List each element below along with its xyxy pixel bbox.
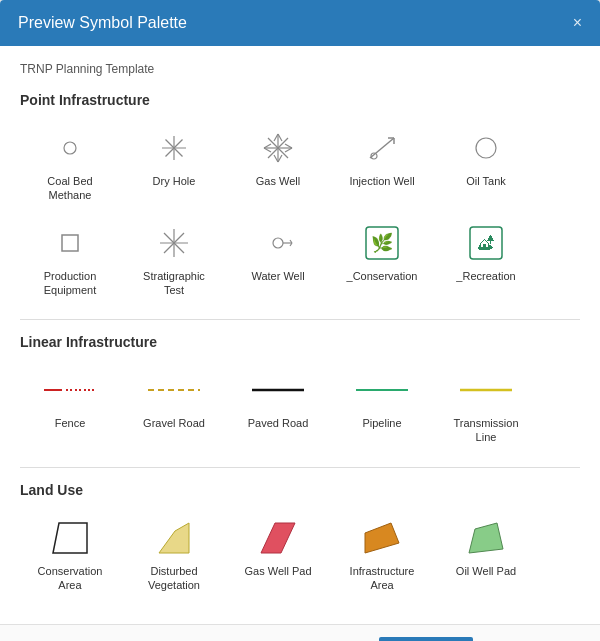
- paved-road-icon: [258, 370, 298, 410]
- svg-text:🌿: 🌿: [371, 232, 394, 254]
- dialog-title: Preview Symbol Palette: [18, 14, 187, 32]
- cancel-button[interactable]: CANCEL: [483, 637, 580, 641]
- preview-symbol-palette-dialog: Preview Symbol Palette × TRNP Planning T…: [0, 0, 600, 641]
- oil-well-pad-label: Oil Well Pad: [456, 564, 516, 578]
- svg-line-15: [264, 144, 271, 148]
- symbol-oil-tank[interactable]: Oil Tank: [436, 120, 536, 211]
- symbol-gravel-road[interactable]: Gravel Road: [124, 362, 224, 453]
- point-linear-divider: [20, 319, 580, 320]
- water-well-label: Water Well: [251, 269, 304, 283]
- disturbed-vegetation-label: DisturbedVegetation: [148, 564, 200, 593]
- conservation-label: _Conservation: [347, 269, 418, 283]
- dialog-footer: SELECT CANCEL: [0, 624, 600, 641]
- infrastructure-area-icon: [362, 518, 402, 558]
- symbol-production-equipment[interactable]: ProductionEquipment: [20, 215, 120, 306]
- symbol-conservation[interactable]: 🌿 _Conservation: [332, 215, 432, 306]
- symbol-coal-bed-methane[interactable]: Coal BedMethane: [20, 120, 120, 211]
- symbol-fence[interactable]: Fence: [20, 362, 120, 453]
- symbol-pipeline[interactable]: Pipeline: [332, 362, 432, 453]
- disturbed-vegetation-icon: [154, 518, 194, 558]
- fence-icon: [50, 370, 90, 410]
- symbol-oil-well-pad[interactable]: Oil Well Pad: [436, 510, 536, 601]
- conservation-icon: 🌿: [362, 223, 402, 263]
- gas-well-label: Gas Well: [256, 174, 300, 188]
- svg-line-11: [285, 144, 292, 148]
- land-use-title: Land Use: [20, 482, 580, 498]
- symbol-paved-road[interactable]: Paved Road: [228, 362, 328, 453]
- dialog-body: TRNP Planning Template Point Infrastruct…: [0, 46, 600, 624]
- svg-marker-46: [365, 523, 399, 553]
- svg-line-12: [285, 148, 292, 152]
- injection-well-label: Injection Well: [349, 174, 414, 188]
- template-name: TRNP Planning Template: [20, 62, 580, 76]
- paved-road-label: Paved Road: [248, 416, 309, 430]
- gas-well-pad-label: Gas Well Pad: [244, 564, 311, 578]
- svg-line-10: [274, 134, 278, 141]
- gas-well-pad-icon: [258, 518, 298, 558]
- svg-point-27: [273, 238, 283, 248]
- symbol-gas-well[interactable]: Gas Well: [228, 120, 328, 211]
- svg-point-0: [64, 142, 76, 154]
- conservation-area-icon: [50, 518, 90, 558]
- coal-bed-methane-icon: [50, 128, 90, 168]
- symbol-dry-hole[interactable]: Dry Hole: [124, 120, 224, 211]
- landuse-symbols-grid: ConservationArea DisturbedVegetation: [20, 510, 580, 601]
- linear-symbols-grid: Fence Gravel Road Paved Road: [20, 362, 580, 453]
- svg-line-9: [278, 134, 282, 141]
- symbol-gas-well-pad[interactable]: Gas Well Pad: [228, 510, 328, 601]
- pipeline-icon: [362, 370, 402, 410]
- symbol-stratigraphic-test[interactable]: StratigraphicTest: [124, 215, 224, 306]
- production-equipment-label: ProductionEquipment: [44, 269, 97, 298]
- svg-text:🏕: 🏕: [478, 235, 494, 252]
- symbol-infrastructure-area[interactable]: InfrastructureArea: [332, 510, 432, 601]
- symbol-transmission-line[interactable]: TransmissionLine: [436, 362, 536, 453]
- gas-well-icon: [258, 128, 298, 168]
- symbol-disturbed-vegetation[interactable]: DisturbedVegetation: [124, 510, 224, 601]
- dry-hole-label: Dry Hole: [153, 174, 196, 188]
- symbol-conservation-area[interactable]: ConservationArea: [20, 510, 120, 601]
- close-icon[interactable]: ×: [573, 14, 582, 32]
- fence-label: Fence: [55, 416, 86, 430]
- svg-marker-47: [469, 523, 503, 553]
- svg-rect-22: [62, 235, 78, 251]
- svg-line-17: [370, 138, 394, 158]
- coal-bed-methane-label: Coal BedMethane: [47, 174, 92, 203]
- dialog-header: Preview Symbol Palette ×: [0, 0, 600, 46]
- production-equipment-icon: [50, 223, 90, 263]
- gravel-road-icon: [154, 370, 194, 410]
- linear-landuse-divider: [20, 467, 580, 468]
- stratigraphic-test-label: StratigraphicTest: [143, 269, 205, 298]
- symbol-injection-well[interactable]: Injection Well: [332, 120, 432, 211]
- svg-point-21: [476, 138, 496, 158]
- dry-hole-icon: [154, 128, 194, 168]
- stratigraphic-test-icon: [154, 223, 194, 263]
- svg-line-13: [278, 155, 282, 162]
- recreation-label: _Recreation: [456, 269, 515, 283]
- injection-well-icon: [362, 128, 402, 168]
- oil-tank-label: Oil Tank: [466, 174, 506, 188]
- oil-tank-icon: [466, 128, 506, 168]
- svg-marker-43: [53, 523, 87, 553]
- oil-well-pad-icon: [466, 518, 506, 558]
- transmission-line-label: TransmissionLine: [454, 416, 519, 445]
- linear-infrastructure-title: Linear Infrastructure: [20, 334, 580, 350]
- transmission-line-icon: [466, 370, 506, 410]
- svg-line-14: [274, 155, 278, 162]
- symbol-recreation[interactable]: 🏕 _Recreation: [436, 215, 536, 306]
- point-infrastructure-title: Point Infrastructure: [20, 92, 580, 108]
- svg-marker-45: [261, 523, 295, 553]
- pipeline-label: Pipeline: [362, 416, 401, 430]
- symbol-water-well[interactable]: Water Well: [228, 215, 328, 306]
- recreation-icon: 🏕: [466, 223, 506, 263]
- svg-marker-44: [159, 523, 189, 553]
- infrastructure-area-label: InfrastructureArea: [350, 564, 415, 593]
- svg-line-16: [264, 148, 271, 152]
- select-button[interactable]: SELECT: [379, 637, 473, 641]
- gravel-road-label: Gravel Road: [143, 416, 205, 430]
- water-well-icon: [258, 223, 298, 263]
- conservation-area-label: ConservationArea: [38, 564, 103, 593]
- point-symbols-grid: Coal BedMethane Dry Hole: [20, 120, 580, 305]
